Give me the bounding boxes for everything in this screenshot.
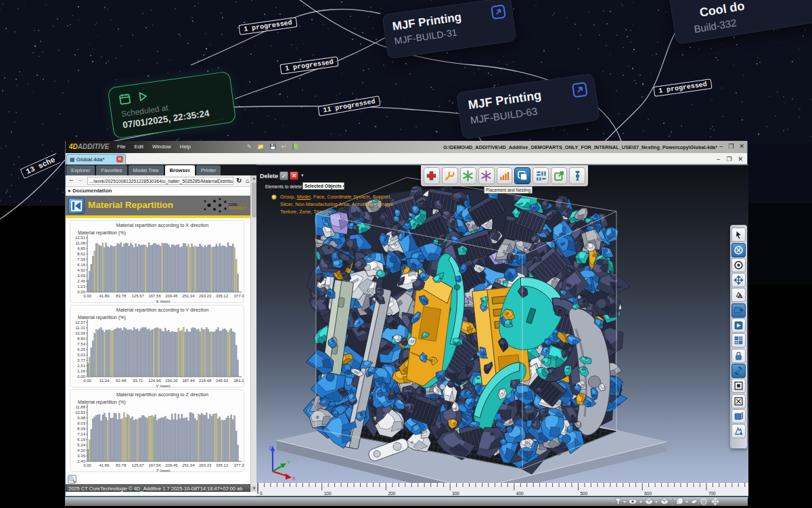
svg-text:12.31: 12.31 [75,236,86,240]
svg-text:293.23: 293.23 [199,294,212,298]
svg-text:209.45: 209.45 [165,294,178,298]
svg-text:1.26: 1.26 [77,369,85,373]
svg-text:3.77: 3.77 [77,358,85,362]
svg-text:11.08: 11.08 [75,241,85,245]
svg-text:z: z [312,400,314,404]
svg-text:5.24: 5.24 [77,443,85,447]
svg-text:Y (mm): Y (mm) [156,384,171,388]
svg-text:377.0: 377.0 [233,294,244,298]
svg-text:8.09: 8.09 [77,427,85,431]
svg-text:167.56: 167.56 [148,294,161,298]
svg-text:11.31: 11.31 [75,326,85,330]
svg-text:156.20: 156.20 [165,379,178,383]
svg-text:Material repartition (%): Material repartition (%) [78,230,126,236]
svg-text:0: 0 [260,491,263,496]
svg-text:83.78: 83.78 [116,463,127,467]
svg-text:Material repartition (%): Material repartition (%) [78,315,126,320]
svg-text:X (mm): X (mm) [156,299,171,303]
svg-text:218.68: 218.68 [199,379,212,383]
svg-text:1.23: 1.23 [77,284,85,289]
svg-text:124.96: 124.96 [148,379,161,383]
svg-text:6.19: 6.19 [77,438,85,442]
svg-text:100: 100 [324,491,332,496]
svg-text:Z (mm): Z (mm) [156,469,170,473]
svg-text:TECHNOLOGIE: TECHNOLOGIE [229,207,247,210]
svg-text:Material repartition according: Material repartition according to X dire… [116,222,209,228]
svg-text:9.85: 9.85 [77,247,85,251]
svg-text:62.48: 62.48 [116,379,127,383]
svg-text:6.29: 6.29 [77,347,85,352]
svg-text:31.24: 31.24 [99,379,110,383]
svg-text:6.16: 6.16 [77,263,85,267]
svg-text:10.06: 10.06 [75,331,86,335]
svg-text:125.67: 125.67 [131,463,144,467]
svg-text:600: 600 [644,491,652,496]
svg-text:41.89: 41.89 [99,294,110,298]
svg-text:335.12: 335.12 [216,294,229,298]
svg-text:251.34: 251.34 [182,294,195,298]
svg-text:9.03: 9.03 [77,421,85,425]
svg-text:2.46: 2.46 [77,279,85,283]
svg-text:X: X [292,476,296,481]
svg-text:7.39: 7.39 [77,257,85,261]
svg-text:10.93: 10.93 [75,410,86,415]
svg-text:200: 200 [388,491,395,496]
svg-text:7.14: 7.14 [77,432,85,436]
svg-text:Y: Y [287,460,290,465]
svg-text:500: 500 [581,491,588,496]
svg-text:Material repartition (%): Material repartition (%) [78,400,126,405]
svg-text:251.34: 251.34 [182,463,195,467]
svg-text:83.78: 83.78 [116,294,127,298]
svg-text:335.12: 335.12 [216,463,229,467]
svg-text:300: 300 [452,491,459,496]
svg-text:41.89: 41.89 [99,463,110,467]
svg-text:Z: Z [269,446,272,450]
svg-text:0.00: 0.00 [83,294,91,298]
svg-text:11.88: 11.88 [75,405,85,409]
svg-text:700: 700 [708,491,716,496]
svg-text:7.54: 7.54 [77,342,85,346]
svg-text:249.92: 249.92 [216,379,229,383]
svg-text:187.44: 187.44 [182,379,195,383]
svg-text:Material repartition according: Material repartition according to Z dire… [116,391,208,398]
svg-text:12.57: 12.57 [75,320,86,324]
svg-text:8.80: 8.80 [77,337,85,341]
svg-text:Material repartition according: Material repartition according to Y dire… [116,307,208,313]
svg-text:293.23: 293.23 [199,463,212,467]
svg-text:209.45: 209.45 [165,463,178,467]
svg-text:0.00: 0.00 [83,463,91,467]
svg-text:9.98: 9.98 [77,416,85,420]
svg-text:377.0: 377.0 [233,463,244,467]
svg-text:3.69: 3.69 [77,274,85,278]
svg-text:4.92: 4.92 [77,268,85,272]
svg-text:8.62: 8.62 [77,252,85,256]
svg-text:281.1: 281.1 [233,379,244,383]
svg-text:167.56: 167.56 [148,463,161,467]
svg-text:93.72: 93.72 [133,379,143,383]
svg-text:5.03: 5.03 [77,353,85,357]
svg-text:400: 400 [516,491,524,496]
svg-text:125.67: 125.67 [131,294,144,298]
svg-text:0.00: 0.00 [83,379,91,383]
svg-text:2.51: 2.51 [77,364,85,368]
svg-text:4.30: 4.30 [77,448,85,452]
svg-text:3.35: 3.35 [77,454,85,458]
